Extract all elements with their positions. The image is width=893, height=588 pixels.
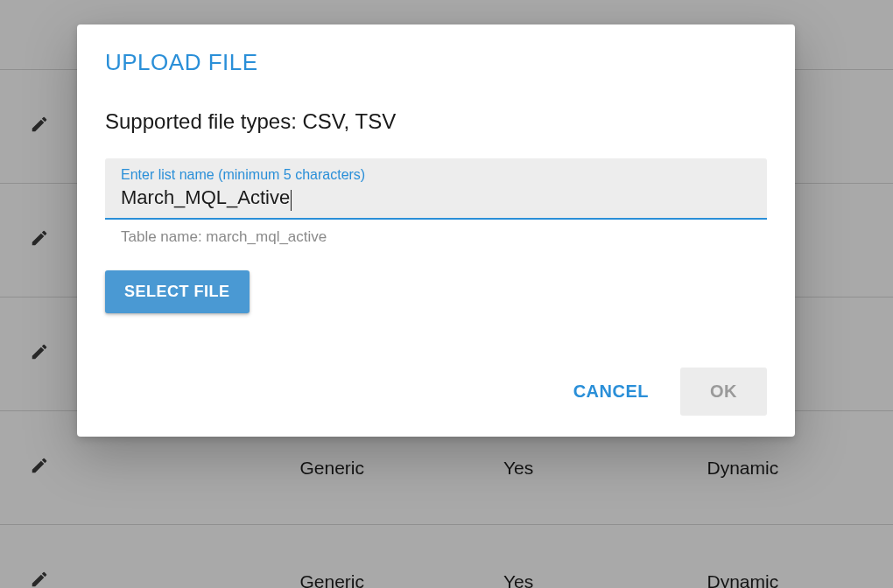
list-name-input[interactable]: March_MQL_Active — [121, 186, 751, 211]
table-name-hint: Table name: march_mql_active — [105, 228, 767, 246]
text-caret — [291, 190, 292, 211]
cancel-button[interactable]: CANCEL — [566, 373, 656, 410]
list-name-input-container[interactable]: Enter list name (minimum 5 characters) M… — [105, 158, 767, 220]
upload-file-modal: UPLOAD FILE Supported file types: CSV, T… — [77, 24, 795, 437]
supported-file-types: Supported file types: CSV, TSV — [105, 109, 767, 134]
select-file-button[interactable]: SELECT FILE — [105, 270, 250, 313]
ok-button[interactable]: OK — [680, 368, 767, 416]
modal-footer: CANCEL OK — [105, 368, 767, 416]
list-name-input-value: March_MQL_Active — [121, 186, 290, 209]
list-name-input-label: Enter list name (minimum 5 characters) — [121, 167, 751, 183]
modal-title: UPLOAD FILE — [105, 49, 767, 76]
